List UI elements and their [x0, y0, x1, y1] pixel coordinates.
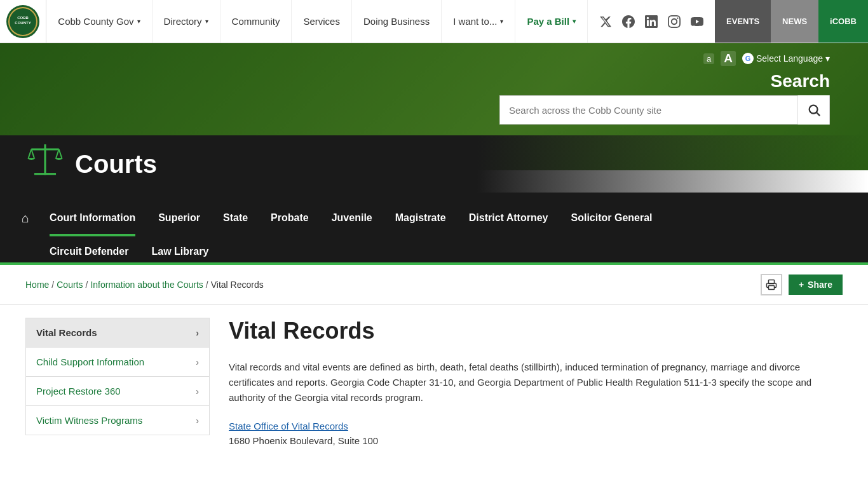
svg-point-3	[809, 105, 817, 114]
courts-nav-row2: Circuit Defender Law Library	[0, 243, 868, 262]
state-office-link[interactable]: State Office of Vital Records	[229, 421, 348, 431]
breadcrumb-info-courts[interactable]: Information about the Courts	[90, 280, 203, 290]
courts-nav-law-library[interactable]: Law Library	[140, 246, 220, 257]
chevron-right-icon: ›	[196, 357, 199, 367]
language-select[interactable]: G Select Language ▾	[742, 53, 830, 64]
instagram-icon[interactable]	[667, 14, 682, 29]
facebook-icon[interactable]	[621, 14, 636, 29]
scales-icon	[25, 140, 65, 187]
hero-content: a A G Select Language ▾ Search	[0, 43, 868, 125]
courts-nav-solicitor-general[interactable]: Solicitor General	[560, 202, 664, 234]
svg-text:COBB: COBB	[17, 16, 29, 20]
nav-community[interactable]: Community	[220, 0, 292, 43]
nav-directory[interactable]: Directory ▾	[153, 0, 220, 43]
courts-nav-circuit-defender[interactable]: Circuit Defender	[38, 246, 140, 257]
county-logo: COBB COUNTY	[6, 5, 39, 38]
svg-rect-14	[768, 286, 774, 290]
main-nav: Cobb County Gov ▾ Directory ▾ Community …	[46, 0, 588, 43]
courts-nav-home[interactable]: ⌂	[13, 202, 38, 234]
nav-pay-a-bill[interactable]: Pay a Bill ▾	[515, 0, 588, 43]
page-title: Vital Records	[229, 318, 843, 344]
courts-title: Courts	[75, 150, 157, 179]
social-links	[588, 14, 715, 29]
breadcrumb-actions: + Share	[761, 274, 843, 295]
events-button[interactable]: EVENTS	[715, 0, 771, 43]
breadcrumb-sep: /	[51, 280, 54, 290]
chevron-right-icon: ›	[196, 328, 199, 338]
nav-cobb-county-gov[interactable]: Cobb County Gov ▾	[46, 0, 152, 43]
search-button[interactable]	[797, 95, 829, 125]
courts-nav-magistrate[interactable]: Magistrate	[384, 202, 458, 234]
breadcrumb-current: Vital Records	[211, 280, 264, 290]
chevron-down-icon: ▾	[137, 18, 140, 25]
breadcrumb-sep: /	[206, 280, 208, 290]
linkedin-icon[interactable]	[644, 14, 659, 29]
youtube-icon[interactable]	[689, 14, 705, 29]
chevron-right-icon: ›	[196, 416, 199, 426]
svg-line-9	[29, 149, 32, 158]
twitter-icon[interactable]	[598, 14, 613, 29]
sidebar-child-support[interactable]: Child Support Information ›	[25, 348, 210, 377]
nav-services[interactable]: Services	[292, 0, 352, 43]
breadcrumb-sep: /	[85, 280, 88, 290]
courts-nav-state[interactable]: State	[212, 202, 259, 234]
sidebar-victim-witness[interactable]: Victim Witness Programs ›	[25, 406, 210, 435]
courts-nav-court-information[interactable]: Court Information	[38, 202, 147, 234]
courts-nav-juvenile[interactable]: Juvenile	[320, 202, 384, 234]
search-heading: Search	[771, 71, 830, 92]
chevron-down-icon: ▾	[500, 18, 503, 25]
sidebar-project-restore[interactable]: Project Restore 360 ›	[25, 377, 210, 406]
svg-line-11	[56, 149, 59, 158]
chevron-down-icon: ▾	[825, 53, 830, 64]
svg-line-4	[817, 112, 820, 116]
content-address: 1680 Phoenix Boulevard, Suite 100	[229, 435, 843, 446]
nav-i-want-to[interactable]: I want to... ▾	[442, 0, 515, 43]
search-section: Search	[499, 71, 830, 125]
svg-line-12	[59, 149, 62, 158]
sidebar-vital-records[interactable]: Vital Records ›	[25, 318, 210, 348]
content-body: Vital records and vital events are defin…	[229, 360, 843, 405]
main-content: Vital Records › Child Support Informatio…	[0, 305, 868, 471]
google-translate-icon: G	[742, 53, 754, 64]
font-size-large-button[interactable]: A	[721, 51, 736, 66]
chevron-down-icon: ▾	[205, 18, 208, 25]
plus-icon: +	[799, 280, 804, 290]
breadcrumb-courts[interactable]: Courts	[57, 280, 83, 290]
news-button[interactable]: NEWS	[771, 0, 818, 43]
print-button[interactable]	[761, 274, 782, 295]
breadcrumb-bar: Home / Courts / Information about the Co…	[0, 265, 868, 305]
content-area: Vital Records Vital records and vital ev…	[229, 318, 843, 446]
svg-line-10	[31, 149, 34, 158]
nav-right-buttons: EVENTS NEWS iCOBB	[715, 0, 868, 43]
search-input[interactable]	[500, 105, 797, 116]
icobb-button[interactable]: iCOBB	[818, 0, 868, 43]
courts-nav-probate[interactable]: Probate	[259, 202, 320, 234]
logo-area[interactable]: COBB COUNTY	[0, 0, 46, 43]
svg-text:COUNTY: COUNTY	[15, 21, 31, 25]
breadcrumb-home[interactable]: Home	[25, 280, 49, 290]
courts-nav: ⌂ Court Information Superior State Proba…	[0, 193, 868, 243]
top-nav: COBB COUNTY Cobb County Gov ▾ Directory …	[0, 0, 868, 43]
sidebar: Vital Records › Child Support Informatio…	[25, 318, 210, 446]
courts-nav-district-attorney[interactable]: District Attorney	[458, 202, 560, 234]
hero-lang-row: a A G Select Language ▾	[703, 51, 830, 66]
courts-nav-superior[interactable]: Superior	[147, 202, 212, 234]
chevron-right-icon: ›	[196, 386, 199, 396]
share-button[interactable]: + Share	[789, 274, 843, 295]
breadcrumb: Home / Courts / Information about the Co…	[25, 280, 264, 290]
nav-doing-business[interactable]: Doing Business	[352, 0, 442, 43]
courts-header: Courts	[0, 135, 868, 193]
font-size-small-button[interactable]: a	[703, 53, 714, 64]
search-bar	[499, 95, 830, 125]
chevron-down-icon: ▾	[573, 18, 576, 25]
